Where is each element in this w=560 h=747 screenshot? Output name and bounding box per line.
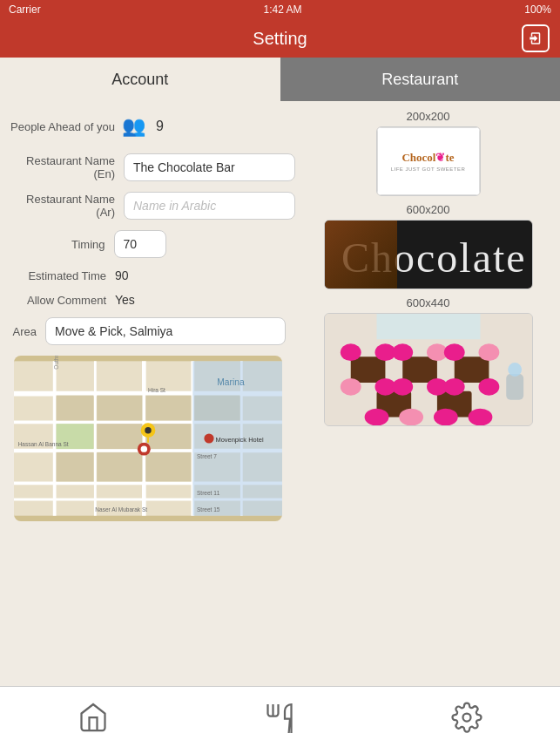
svg-point-59	[433, 409, 457, 426]
svg-rect-42	[454, 357, 489, 383]
svg-rect-11	[57, 396, 94, 421]
estimated-time-row: Estimated Time 90	[10, 268, 286, 282]
restaurant-name-en-row: Restaurant Name (En)	[10, 153, 286, 181]
image-600x200[interactable]: Chocolate	[324, 220, 533, 289]
tabs: Account Restaurant	[0, 58, 560, 101]
svg-point-62	[508, 363, 522, 377]
restaurant-name-en-input[interactable]	[124, 153, 295, 181]
people-icon: 👥	[122, 115, 145, 138]
svg-rect-13	[97, 396, 142, 421]
content-area: People Ahead of you 👥 9 Restaurant Name …	[0, 101, 560, 686]
svg-point-55	[443, 378, 464, 396]
svg-rect-19	[97, 452, 142, 482]
allow-comment-value: Yes	[115, 293, 135, 307]
svg-text:Naser Al Mubarak St: Naser Al Mubarak St	[95, 506, 147, 513]
svg-text:Marina: Marina	[217, 377, 245, 387]
image-600x200-block: 600x200 Chocolate	[307, 203, 550, 289]
image-600x440-label: 600x440	[407, 296, 450, 309]
status-bar: Carrier 1:42 AM 100%	[0, 0, 560, 19]
svg-text:Hassan Al Banna St: Hassan Al Banna St	[18, 441, 69, 447]
tab-account[interactable]: Account	[0, 58, 280, 101]
svg-point-25	[204, 433, 213, 443]
image-600x440-block: 600x440	[307, 296, 550, 426]
svg-rect-41	[402, 357, 437, 383]
svg-point-56	[478, 378, 499, 396]
svg-point-45	[340, 343, 361, 361]
svg-rect-18	[57, 452, 94, 482]
estimated-time-value: 90	[115, 268, 129, 282]
nav-home-button[interactable]	[0, 687, 186, 747]
svg-point-58	[399, 409, 423, 426]
allow-comment-row: Allow Comment Yes	[10, 293, 286, 307]
image-600x440[interactable]	[324, 313, 533, 426]
svg-text:Hira St: Hira St	[148, 387, 165, 393]
restaurant-name-ar-input[interactable]	[124, 192, 295, 220]
map-container[interactable]: Marina Movenpick Hotel Outhman Al Bina S…	[14, 356, 282, 521]
tab-restaurant[interactable]: Restaurant	[280, 58, 561, 101]
nav-dining-button[interactable]	[186, 687, 373, 747]
svg-rect-40	[350, 357, 385, 383]
image-200x200[interactable]: Chocol❦te LIFE JUST GOT SWEETER	[376, 126, 481, 196]
svg-text:Movenpick Hotel: Movenpick Hotel	[215, 436, 263, 444]
header: Setting	[0, 19, 560, 58]
svg-text:Street 11: Street 11	[197, 490, 220, 496]
svg-point-64	[462, 713, 470, 721]
svg-text:Outhman Al Bina St: Outhman Al Bina St	[53, 356, 59, 370]
people-ahead-label: People Ahead of you	[10, 120, 115, 133]
time-label: 1:42 AM	[263, 3, 301, 16]
svg-point-24	[141, 445, 147, 452]
allow-comment-label: Allow Comment	[19, 294, 115, 307]
area-row: Area	[10, 317, 286, 345]
svg-rect-20	[145, 452, 191, 482]
restaurant-panel: 200x200 Chocol❦te LIFE JUST GOT SWEETER …	[296, 101, 560, 686]
people-ahead-count: 9	[156, 119, 164, 134]
area-input[interactable]	[45, 317, 286, 345]
svg-text:Street 15: Street 15	[197, 506, 220, 513]
image-600x200-label: 600x200	[407, 203, 450, 216]
timing-row: Timing	[10, 230, 286, 258]
svg-rect-39	[376, 314, 480, 340]
people-ahead-row: People Ahead of you 👥 9	[10, 115, 286, 138]
svg-point-53	[443, 343, 464, 361]
image-200x200-label: 200x200	[407, 110, 450, 123]
area-label: Area	[10, 325, 45, 338]
nav-settings-button[interactable]	[374, 687, 560, 747]
restaurant-name-ar-row: Restaurant Name (Ar)	[10, 192, 286, 220]
account-panel: People Ahead of you 👥 9 Restaurant Name …	[0, 101, 296, 686]
logout-button[interactable]	[522, 24, 550, 52]
svg-point-54	[478, 343, 499, 361]
timing-input[interactable]	[114, 230, 166, 258]
svg-point-47	[340, 378, 361, 396]
svg-rect-61	[506, 374, 523, 400]
timing-label: Timing	[71, 238, 114, 251]
carrier-label: Carrier	[9, 3, 41, 16]
restaurant-name-en-label: Restaurant Name (En)	[10, 154, 124, 180]
status-right: 100%	[524, 3, 551, 16]
svg-text:Street 7: Street 7	[197, 453, 217, 459]
svg-point-60	[468, 409, 492, 426]
restaurant-name-ar-label: Restaurant Name (Ar)	[10, 193, 124, 219]
svg-rect-15	[145, 396, 191, 421]
svg-point-49	[392, 343, 413, 361]
battery-label: 100%	[524, 3, 551, 16]
svg-point-57	[364, 409, 388, 426]
svg-point-35	[145, 427, 151, 433]
estimated-time-label: Estimated Time	[19, 269, 115, 282]
image-200x200-block: 200x200 Chocol❦te LIFE JUST GOT SWEETER	[307, 110, 550, 196]
svg-point-51	[392, 378, 413, 396]
svg-rect-14	[97, 424, 142, 449]
bottom-nav	[0, 686, 560, 747]
page-title: Setting	[253, 29, 307, 49]
